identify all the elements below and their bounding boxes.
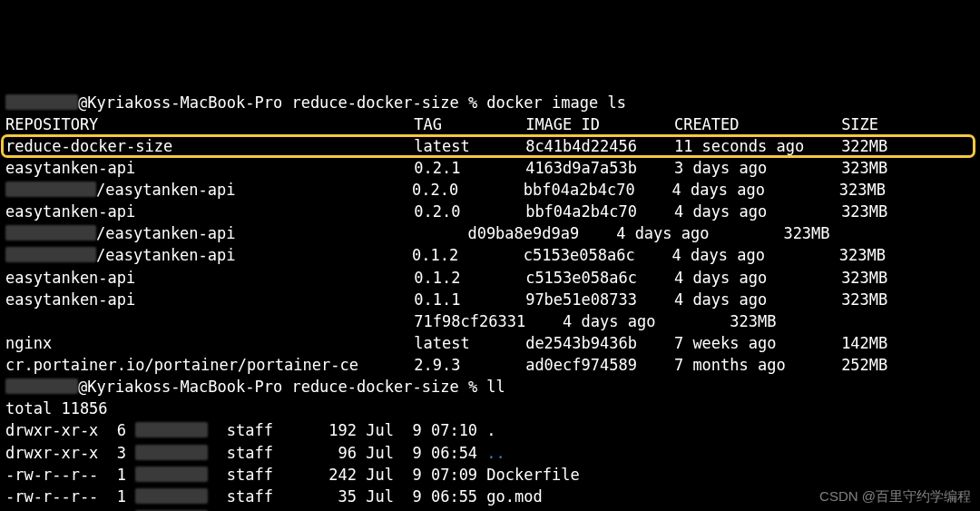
prompt-symbol: %: [468, 93, 486, 112]
docker-header: REPOSITORY TAG IMAGE ID CREATED SIZE: [5, 113, 975, 135]
docker-image-row: /easytanken-api d09ba8e9d9a9 4 days ago …: [5, 222, 975, 244]
file-name: ..: [486, 444, 505, 462]
docker-image-row: /easytanken-api 0.2.0 bbf04a2b4c70 4 day…: [5, 179, 975, 201]
docker-image-row: easytanken-api 0.2.0 bbf04a2b4c70 4 days…: [5, 201, 975, 222]
file-name: Dockerfile: [486, 466, 579, 484]
docker-image-row: /easytanken-api 0.1.2 c5153e058a6c 4 day…: [5, 244, 975, 266]
watermark: CSDN @百里守约学编程: [819, 486, 971, 506]
file-name: .: [486, 421, 495, 439]
command-text: ll: [486, 378, 505, 396]
redacted-text: [5, 225, 96, 241]
redacted-text: [135, 488, 208, 504]
redacted-text: [135, 467, 208, 482]
ll-row: drwxr-xr-x 3 staff 96 Jul 9 06:54 ..: [5, 442, 975, 464]
docker-image-row: nginx latest de2543b9436b 7 weeks ago 14…: [5, 332, 975, 354]
redacted-text: [135, 422, 208, 437]
prompt-host: @Kyriakoss-MacBook-Pro: [78, 378, 291, 396]
docker-image-row: easytanken-api 0.1.2 c5153e058a6c 4 days…: [5, 267, 975, 289]
redacted-text: [5, 182, 96, 197]
redacted-text: [135, 445, 208, 460]
ll-total: total 11856: [5, 398, 975, 419]
terminal-output: @Kyriakoss-MacBook-Pro reduce-docker-siz…: [5, 92, 975, 512]
redacted-text: [5, 247, 96, 262]
redacted-text: [5, 94, 78, 110]
docker-image-row: cr.portainer.io/portainer/portainer-ce 2…: [5, 354, 975, 376]
file-name: go.mod: [486, 487, 542, 506]
prompt-cwd: reduce-docker-size: [291, 378, 467, 396]
ll-row: drwxr-xr-x 6 staff 192 Jul 9 07:10 .: [5, 419, 975, 441]
prompt-symbol: %: [468, 378, 486, 396]
prompt-host: @Kyriakoss-MacBook-Pro: [78, 93, 291, 112]
prompt-line: @Kyriakoss-MacBook-Pro reduce-docker-siz…: [5, 92, 975, 113]
prompt-cwd: reduce-docker-size: [291, 93, 467, 112]
command-text: docker image ls: [486, 93, 626, 112]
docker-image-row: reduce-docker-size latest 8c41b4d22456 1…: [2, 135, 975, 157]
prompt-line: @Kyriakoss-MacBook-Pro reduce-docker-siz…: [5, 376, 975, 398]
ll-row: -rw-r--r-- 1 staff 354 Jul 9 07:04 main.…: [5, 507, 975, 511]
docker-image-row: 71f98cf26331 4 days ago 323MB: [5, 310, 975, 332]
docker-image-row: easytanken-api 0.1.1 97be51e08733 4 days…: [5, 289, 975, 310]
docker-image-row: easytanken-api 0.2.1 4163d9a7a53b 3 days…: [5, 157, 975, 179]
ll-row: -rw-r--r-- 1 staff 242 Jul 9 07:09 Docke…: [5, 464, 975, 486]
redacted-text: [5, 378, 78, 394]
